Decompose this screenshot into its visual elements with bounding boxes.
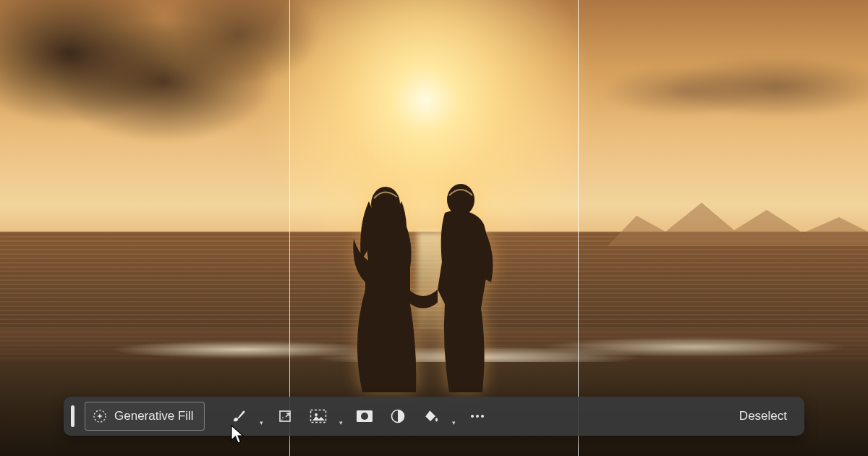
more-icon (469, 413, 485, 419)
svg-point-5 (315, 413, 318, 416)
svg-point-7 (361, 413, 368, 420)
cloud-decoration (593, 43, 868, 130)
brush-tool-button[interactable] (224, 402, 254, 431)
generative-expand-button[interactable] (270, 402, 300, 431)
photo-canvas[interactable]: Generative Fill ▾ ▾ (0, 0, 868, 456)
mask-icon (356, 410, 373, 423)
svg-point-12 (481, 415, 484, 418)
generative-expand-icon (277, 408, 293, 424)
fill-dropdown[interactable]: ▾ (449, 406, 459, 426)
svg-point-9 (435, 418, 438, 422)
brush-dropdown[interactable]: ▾ (257, 406, 267, 426)
adjustment-icon (391, 409, 405, 423)
subject-couple (329, 181, 517, 398)
generative-fill-label: Generative Fill (114, 409, 194, 423)
select-subject-icon (310, 409, 327, 423)
svg-point-11 (476, 415, 479, 418)
deselect-button[interactable]: Deselect (732, 402, 794, 431)
generative-fill-icon (93, 409, 107, 423)
contextual-task-bar: Generative Fill ▾ ▾ (64, 397, 804, 436)
more-options-button[interactable] (462, 402, 493, 431)
adjustment-button[interactable] (383, 402, 413, 431)
fill-bucket-button[interactable] (416, 402, 446, 431)
drag-handle[interactable] (71, 405, 75, 427)
mask-button[interactable] (349, 402, 380, 431)
generative-fill-button[interactable]: Generative Fill (85, 402, 205, 431)
mountain-silhouette (608, 188, 868, 246)
fill-bucket-icon (423, 408, 439, 424)
select-subject-button[interactable] (303, 402, 333, 431)
deselect-label: Deselect (739, 409, 787, 423)
brush-icon (231, 408, 247, 424)
cloud-decoration (0, 0, 333, 166)
select-dropdown[interactable]: ▾ (336, 406, 346, 426)
svg-point-10 (471, 415, 474, 418)
